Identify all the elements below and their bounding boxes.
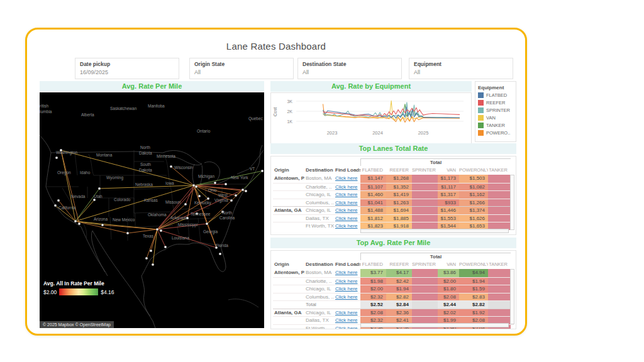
filter-value[interactable]: All (194, 69, 289, 75)
cell-tanker (488, 269, 511, 277)
cell-sprinter (412, 301, 438, 309)
vertical-scrollbar[interactable] (510, 175, 514, 230)
find-loads-link[interactable]: Click here (335, 310, 358, 315)
filter-destination-state[interactable]: Destination State All (297, 58, 402, 79)
find-loads-link[interactable]: Click here (335, 207, 358, 213)
table-row[interactable]: Charlotte, ..Click here$1,107$1,352$1,11… (273, 183, 514, 191)
find-loads-link[interactable]: Click here (335, 184, 358, 190)
legend-swatch (478, 100, 484, 106)
find-loads-link[interactable]: Click here (335, 278, 358, 284)
filter-value[interactable]: All (303, 69, 397, 75)
legend-item-sprinter[interactable]: SPRINTER (478, 107, 513, 113)
cell-sprinter (412, 278, 438, 285)
cell-poweronly: $1,503 (459, 175, 488, 183)
horizontal-scrollbar[interactable] (360, 229, 509, 233)
column-header-tanker: TANKER (488, 166, 511, 175)
legend-swatch (478, 130, 484, 136)
table-row[interactable]: Charlotte, ..Click here$1.98$2.42$2.00$1… (273, 277, 514, 285)
cell-origin (273, 184, 304, 191)
filter-date-pickup[interactable]: Date pickup 16/09/2025 (75, 58, 179, 79)
cell-flatbed: $2.32 (360, 293, 386, 301)
find-loads-link[interactable]: Click here (335, 175, 358, 181)
svg-text:Cost: Cost (273, 107, 277, 116)
filter-value[interactable]: All (414, 69, 508, 75)
svg-text:Washington: Washington (56, 150, 77, 155)
cell-origin (273, 278, 304, 285)
cell-destination: Charlotte, .. (304, 184, 334, 191)
filter-value[interactable]: 16/09/2025 (80, 69, 174, 75)
svg-text:2023: 2023 (327, 130, 338, 136)
find-loads-link[interactable]: Click here (335, 216, 358, 221)
table-row[interactable]: Atlanta, GAChicago, ILClick here$1,488$1… (273, 206, 514, 214)
column-header: Find Loads (334, 260, 360, 269)
legend-item-van[interactable]: VAN (478, 115, 513, 121)
cell-destination: Columbus, .. (304, 199, 334, 207)
svg-text:Manitoba: Manitoba (148, 104, 165, 108)
cell-find-loads: Click here (334, 317, 360, 324)
table-row[interactable]: Dallas, TXClick here$1,812$1,885$1,553$1… (273, 214, 514, 222)
vertical-scrollbar[interactable] (510, 269, 514, 324)
svg-text:Idaho: Idaho (80, 170, 91, 175)
cell-find-loads: Click here (334, 293, 360, 301)
column-header: Find Loads (334, 166, 360, 175)
filter-equipment[interactable]: Equipment All (409, 58, 513, 79)
find-loads-link[interactable]: Click here (335, 223, 358, 229)
legend-label: VAN (486, 115, 496, 121)
cell-poweronly: $1,162 (459, 191, 488, 199)
horizontal-scrollbar[interactable] (360, 323, 509, 327)
filter-label: Destination State (303, 61, 397, 67)
table-row[interactable]: Columbus, ..Click here$1,041$1,263$933$1… (273, 199, 514, 207)
column-header-van: VAN (438, 166, 459, 175)
cell-reefer: $1,885 (386, 215, 412, 222)
cell-sprinter (412, 207, 438, 214)
cell-destination: Boston, MA (304, 175, 334, 183)
svg-text:2024: 2024 (372, 130, 383, 136)
table-row[interactable]: Columbus, ..Click here$2.32$2.82$2.08$2.… (273, 293, 514, 301)
column-header-flatbed: FLATBED (360, 166, 386, 175)
legend-item-flatbed[interactable]: FLATBED (478, 92, 513, 98)
legend-item-tanker[interactable]: TANKER (478, 123, 513, 128)
cell-find-loads: Click here (334, 285, 360, 293)
table-row[interactable]: Allentown, PABoston, MAClick here$3.77$4… (273, 269, 514, 277)
svg-text:North: North (140, 145, 150, 150)
table-row[interactable]: Atlanta, GAChicago, ILClick here$2.08$2.… (273, 309, 514, 317)
cell-flatbed: $1,812 (360, 215, 386, 222)
svg-text:Louisiana: Louisiana (172, 236, 189, 240)
cell-find-loads: Click here (334, 222, 360, 230)
table-row[interactable]: Total$2.52$2.84$2.44$2.82 (273, 300, 514, 309)
legend-label: FLATBED (486, 92, 507, 98)
cell-origin (273, 293, 304, 301)
find-loads-link[interactable]: Click here (335, 192, 358, 197)
svg-text:Kansas: Kansas (144, 198, 158, 202)
cell-poweronly: $1,266 (459, 199, 488, 207)
find-loads-link[interactable]: Click here (335, 270, 358, 275)
lane-lines (55, 150, 262, 265)
filter-label: Equipment (414, 61, 508, 67)
cell-find-loads: Click here (334, 325, 360, 330)
us-map[interactable]: BritishColumbiaAlbertaSaskatchewanManito… (40, 92, 264, 328)
legend-item-powero[interactable]: POWERO.. (478, 130, 513, 136)
cell-poweronly: $1.94 (459, 278, 488, 285)
find-loads-link[interactable]: Click here (335, 294, 358, 300)
find-loads-link[interactable]: Click here (335, 286, 358, 292)
cell-flatbed: $1.98 (360, 278, 386, 285)
table-row[interactable]: Chicago, ILClick here$2.00$1.94$1.80$1.5… (273, 285, 514, 293)
table-row[interactable]: Allentown, PABoston, MAClick here$1,147$… (273, 175, 514, 183)
equipment-chart[interactable]: 1K2K3K202320242025Cost (270, 92, 472, 144)
table-row[interactable]: Chicago, ILClick here$1,460$1,419$1,317$… (273, 190, 514, 199)
filter-origin-state[interactable]: Origin State All (189, 58, 294, 79)
find-loads-link[interactable]: Click here (335, 200, 358, 206)
cell-poweronly: $2.83 (459, 293, 488, 301)
find-loads-link[interactable]: Click here (335, 326, 358, 330)
cell-sprinter (412, 269, 438, 277)
column-header-reefer: REEFER (386, 260, 412, 269)
legend-item-reefer[interactable]: REEFER (478, 100, 513, 106)
cell-tanker (488, 191, 511, 199)
cell-flatbed: $1,147 (360, 175, 386, 183)
cell-van: $2.08 (438, 293, 459, 301)
table-title-top-lanes: Top Lanes Total Rate (270, 143, 516, 154)
find-loads-link[interactable]: Click here (335, 317, 358, 323)
filter-label: Origin State (194, 61, 289, 67)
table-title-top-rate-per-mile: Top Avg. Rate Per Mile (270, 238, 516, 248)
svg-text:New Mexico: New Mexico (113, 217, 135, 222)
